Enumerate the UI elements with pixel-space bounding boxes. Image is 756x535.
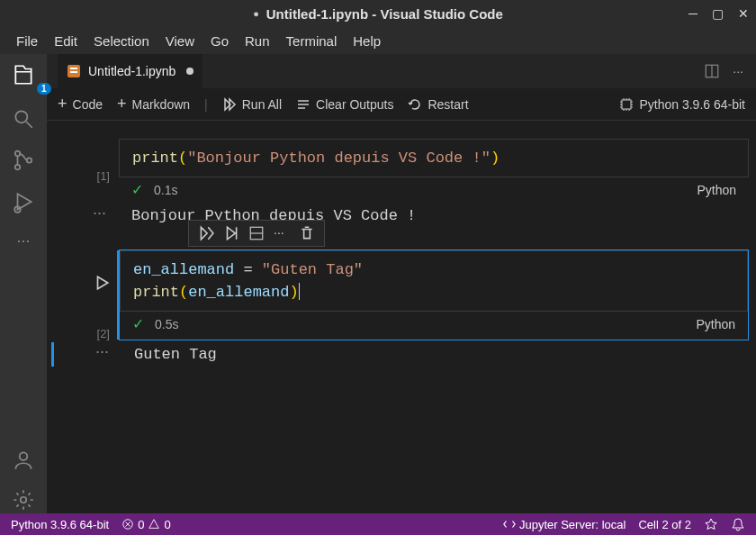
run-all-button[interactable]: Run All <box>222 97 282 112</box>
menu-edit[interactable]: Edit <box>47 30 85 52</box>
editor-area: Untitled-1.ipynb ··· +Code +Markdown | R… <box>47 54 756 513</box>
maximize-button[interactable]: ▢ <box>712 6 724 21</box>
menu-selection[interactable]: Selection <box>86 30 157 52</box>
run-cell-icon[interactable] <box>94 275 110 291</box>
cell-1-lang[interactable]: Python <box>697 183 736 197</box>
clear-outputs-icon <box>296 97 310 112</box>
menubar: File Edit Selection View Go Run Terminal… <box>0 27 756 54</box>
editor-more-icon[interactable]: ··· <box>733 64 743 78</box>
cell-1-time: 0.1s <box>154 183 177 197</box>
cell-1: [1] print("Bonjour Python depuis VS Code… <box>54 139 749 202</box>
explorer-badge: 1 <box>37 83 51 95</box>
svg-rect-11 <box>622 100 631 109</box>
cell-1-output: ··· Bonjour Python depuis VS Code ! <box>54 204 749 228</box>
svg-point-3 <box>27 158 32 162</box>
cell-2-output-text: Guten Tag <box>122 342 749 367</box>
explorer-icon[interactable] <box>12 63 35 86</box>
svg-point-6 <box>21 497 27 503</box>
execute-above-icon[interactable] <box>223 225 239 241</box>
check-icon: ✓ <box>131 181 143 198</box>
split-cell-icon[interactable] <box>248 225 265 241</box>
output-toggle-icon[interactable]: ··· <box>54 204 119 228</box>
tab-untitled[interactable]: Untitled-1.ipynb <box>58 54 202 88</box>
restart-button[interactable]: Restart <box>408 97 468 112</box>
cell-2-time: 0.5s <box>155 317 178 331</box>
cell-2-lang[interactable]: Python <box>696 317 735 331</box>
titlebar: ● Untitled-1.ipynb - Visual Studio Code … <box>0 0 756 27</box>
run-all-icon <box>222 97 237 112</box>
svg-point-5 <box>20 452 28 460</box>
svg-point-1 <box>15 151 20 156</box>
cell-2: [2] ··· en_allemand = "Guten Tag" print(… <box>54 249 749 340</box>
notifications-icon[interactable] <box>731 517 745 531</box>
svg-rect-8 <box>70 68 77 69</box>
cell-2-code[interactable]: en_allemand = "Guten Tag" print(en_allem… <box>120 250 748 312</box>
dirty-dot: ● <box>253 8 259 19</box>
menu-view[interactable]: View <box>158 30 202 52</box>
add-code-button[interactable]: +Code <box>58 95 103 113</box>
cell-2-output: ··· Guten Tag <box>51 342 749 367</box>
cell-1-execution-count: [1] <box>97 169 110 183</box>
tab-bar: Untitled-1.ipynb ··· <box>47 54 756 88</box>
status-python[interactable]: Python 3.9.6 64-bit <box>11 518 109 531</box>
cell-toolbar: ··· <box>188 220 325 247</box>
menu-go[interactable]: Go <box>203 30 236 52</box>
run-debug-icon[interactable] <box>12 190 35 213</box>
check-icon: ✓ <box>132 315 144 332</box>
search-icon[interactable] <box>12 107 35 131</box>
cell-more-icon[interactable]: ··· <box>274 225 290 241</box>
close-button[interactable]: ✕ <box>738 6 749 21</box>
delete-cell-icon[interactable] <box>299 225 315 241</box>
svg-rect-9 <box>70 71 77 73</box>
notebook-body[interactable]: [1] print("Bonjour Python depuis VS Code… <box>47 121 756 513</box>
text-cursor <box>299 283 300 300</box>
notebook-file-icon <box>67 64 81 78</box>
status-jupyter[interactable]: Jupyter Server: local <box>503 518 626 531</box>
menu-file[interactable]: File <box>9 30 45 52</box>
output-toggle-icon[interactable]: ··· <box>57 342 122 367</box>
tab-filename: Untitled-1.ipynb <box>88 64 176 78</box>
status-cell[interactable]: Cell 2 of 2 <box>638 518 691 531</box>
notebook-toolbar: +Code +Markdown | Run All Clear Outputs … <box>47 88 756 121</box>
status-problems[interactable]: 0 0 <box>122 518 170 531</box>
warning-icon <box>148 518 160 530</box>
more-icon[interactable]: ··· <box>16 231 30 250</box>
run-by-line-icon[interactable] <box>198 225 214 241</box>
tab-dirty-icon <box>186 68 194 75</box>
svg-point-0 <box>15 111 27 122</box>
cell-2-execution-count: [2] <box>97 327 110 340</box>
settings-icon[interactable] <box>12 488 35 512</box>
active-cell-indicator <box>117 250 120 340</box>
activitybar: 1 ··· <box>0 54 47 513</box>
feedback-icon[interactable] <box>704 517 718 531</box>
svg-point-2 <box>15 165 20 169</box>
menu-terminal[interactable]: Terminal <box>279 30 345 52</box>
menu-help[interactable]: Help <box>346 30 388 52</box>
error-icon <box>122 518 134 530</box>
source-control-icon[interactable] <box>12 149 35 172</box>
minimize-button[interactable]: ─ <box>688 6 698 21</box>
cell-1-code[interactable]: print("Bonjour Python depuis VS Code !") <box>119 139 749 177</box>
clear-outputs-button[interactable]: Clear Outputs <box>296 97 393 112</box>
kernel-icon <box>619 97 634 112</box>
kernel-selector[interactable]: Python 3.9.6 64-bit <box>619 97 745 112</box>
statusbar: Python 3.9.6 64-bit 0 0 Jupyter Server: … <box>0 513 756 535</box>
accounts-icon[interactable] <box>12 449 35 472</box>
window-title: Untitled-1.ipynb - Visual Studio Code <box>266 6 503 22</box>
split-editor-icon[interactable] <box>704 63 720 79</box>
add-markdown-button[interactable]: +Markdown <box>117 95 190 113</box>
restart-icon <box>408 97 422 112</box>
remote-icon <box>503 518 516 530</box>
menu-run[interactable]: Run <box>238 30 277 52</box>
